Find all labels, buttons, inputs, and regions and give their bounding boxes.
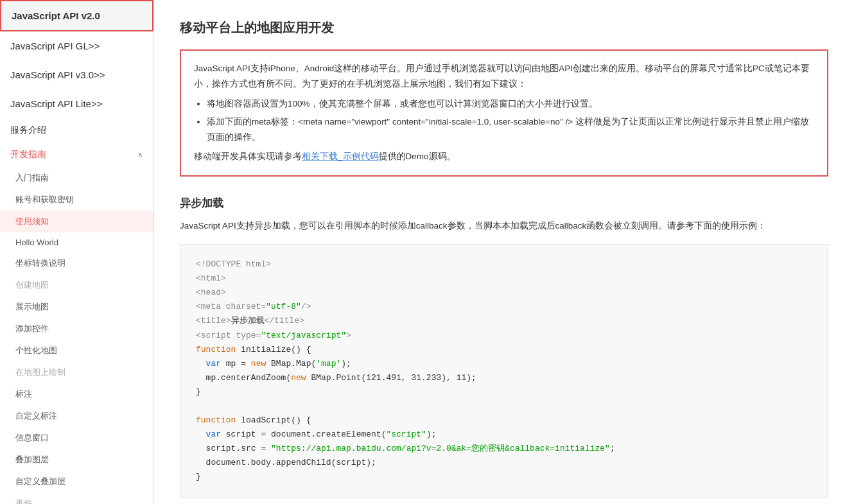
code-line: } [196, 470, 812, 484]
code-line: var script = document.createElement("scr… [196, 428, 812, 442]
code-line: <script type="text/javascript"> [196, 329, 812, 343]
code-line: <!DOCTYPE html> [196, 257, 812, 272]
code-line: <meta charset="utf-8"/> [196, 300, 812, 314]
sidebar-subitems-dev-guide: 入门指南账号和获取密钥使用须知Hello World坐标转换说明创建地图展示地图… [0, 167, 153, 504]
sidebar-item-custom-annotation[interactable]: 自定义标注 [0, 405, 153, 427]
sidebar-section-label: 服务介绍 [10, 125, 46, 136]
code-line: mp.centerAndZoom(new BMap.Point(121.491,… [196, 371, 812, 385]
code-line: function initialize() { [196, 343, 812, 357]
sidebar: JavaScript API v2.0JavaScript API GL>>Ja… [0, 0, 154, 504]
notice-text-2: 移动端开发具体实现请参考相关下载_示例代码提供的Demo源码。 [194, 149, 814, 164]
code-line: function loadScript() { [196, 413, 812, 428]
sidebar-top-nav: JavaScript API v2.0JavaScript API GL>>Ja… [0, 0, 153, 118]
sidebar-item-hello-world[interactable]: Hello World [0, 232, 153, 252]
sidebar-item-custom-map[interactable]: 个性化地图 [0, 340, 153, 361]
code-block: <!DOCTYPE html> <html> <head> <meta char… [180, 244, 828, 498]
sidebar-section-label: 开发指南 [10, 149, 46, 161]
sidebar-item-create-map: 创建地图 [0, 274, 153, 296]
code-line: } [196, 385, 812, 399]
page-title: 移动平台上的地图应用开发 [180, 19, 828, 37]
async-section-desc: JavaScript API支持异步加载，您可以在引用脚本的时候添加callba… [180, 218, 828, 234]
code-line: <head> [196, 286, 812, 300]
sidebar-item-overlay-layer[interactable]: 叠加图层 [0, 449, 153, 471]
sidebar-item-draw-on-map: 在地图上绘制 [0, 361, 153, 383]
sidebar-sections: 服务介绍开发指南∧入门指南账号和获取密钥使用须知Hello World坐标转换说… [0, 118, 153, 504]
sidebar-item-custom-layer[interactable]: 自定义叠加层 [0, 471, 153, 492]
notice-bullets: 将地图容器高设置为100%，使其充满整个屏幕，或者您也可以计算浏览器窗口的大小并… [207, 96, 814, 146]
sidebar-section-service-intro[interactable]: 服务介绍 [0, 118, 153, 143]
code-line [196, 399, 812, 413]
code-line: <html> [196, 272, 812, 286]
sidebar-item-annotation[interactable]: 标注 [0, 383, 153, 405]
main-content: 移动平台上的地图应用开发 JavaScript API支持iPhone、Andr… [154, 0, 854, 504]
sidebar-item-account-key[interactable]: 账号和获取密钥 [0, 189, 153, 211]
notice-bullet: 将地图容器高设置为100%，使其充满整个屏幕，或者您也可以计算浏览器窗口的大小并… [207, 96, 814, 112]
sidebar-nav-js-api-v3[interactable]: JavaScript API v3.0>> [0, 60, 153, 89]
sidebar-item-add-control[interactable]: 添加控件 [0, 318, 153, 340]
sidebar-nav-js-api-gl[interactable]: JavaScript API GL>> [0, 31, 153, 60]
code-line: var mp = new BMap.Map('map'); [196, 357, 812, 371]
notice-bullet: 添加下面的meta标签：<meta name="viewport" conten… [207, 114, 814, 146]
code-line: script.src = "https://api.map.baidu.com/… [196, 442, 812, 456]
notice-box: JavaScript API支持iPhone、Android这样的移动平台。用户… [180, 49, 828, 177]
sidebar-section-dev-guide[interactable]: 开发指南∧ [0, 143, 153, 167]
sidebar-item-info-window[interactable]: 信息窗口 [0, 427, 153, 449]
sidebar-item-show-map[interactable]: 展示地图 [0, 296, 153, 318]
sidebar-item-usage-notice[interactable]: 使用须知 [0, 211, 153, 232]
notice-link[interactable]: 相关下载_示例代码 [302, 152, 379, 161]
code-line: <title>异步加载</title> [196, 314, 812, 328]
chevron-up-icon: ∧ [137, 150, 143, 159]
code-line: document.body.appendChild(script); [196, 456, 812, 470]
sidebar-item-coord-convert[interactable]: 坐标转换说明 [0, 252, 153, 274]
sidebar-item-getting-started[interactable]: 入门指南 [0, 167, 153, 189]
sidebar-item-events: 事件 [0, 492, 153, 504]
sidebar-nav-js-api-v2[interactable]: JavaScript API v2.0 [0, 0, 153, 31]
async-section-title: 异步加载 [180, 196, 828, 211]
sidebar-nav-js-api-lite[interactable]: JavaScript API Lite>> [0, 89, 153, 118]
notice-text-1: JavaScript API支持iPhone、Android这样的移动平台。用户… [194, 61, 814, 92]
